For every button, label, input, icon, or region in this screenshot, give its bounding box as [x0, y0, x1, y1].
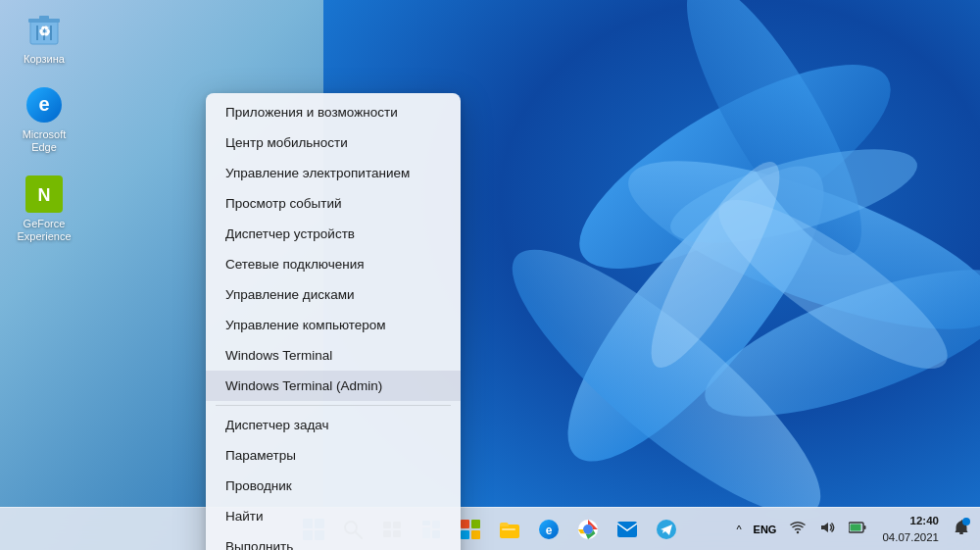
menu-run[interactable]: Выполнить — [206, 531, 461, 550]
svg-rect-40 — [502, 528, 515, 530]
menu-explorer[interactable]: Проводник — [206, 471, 461, 501]
svg-rect-50 — [851, 525, 861, 531]
svg-text:♻: ♻ — [38, 24, 51, 39]
svg-point-45 — [585, 525, 592, 532]
menu-power-options[interactable]: Управление электропитанием — [206, 158, 461, 188]
svg-rect-39 — [500, 525, 519, 538]
menu-device-manager[interactable]: Диспетчер устройств — [206, 219, 461, 249]
desktop-icons: ♻ Корзина e Microsoft Edg — [10, 10, 78, 243]
desktop: ♻ Корзина e Microsoft Edg — [0, 0, 980, 550]
svg-rect-49 — [864, 525, 866, 529]
taskbar: e — [0, 507, 980, 550]
menu-settings[interactable]: Параметры — [206, 440, 461, 471]
svg-rect-12 — [39, 16, 49, 20]
clock-date: 04.07.2021 — [882, 529, 939, 545]
volume-icon[interactable] — [815, 516, 839, 542]
edge-taskbar-button[interactable]: e — [531, 512, 566, 547]
clock[interactable]: 12:40 04.07.2021 — [876, 511, 945, 546]
menu-network-connections[interactable]: Сетевые подключения — [206, 249, 461, 279]
battery-icon[interactable] — [845, 518, 870, 540]
nvidia-image: N — [24, 175, 64, 214]
svg-rect-36 — [471, 520, 480, 528]
svg-rect-51 — [959, 532, 963, 534]
svg-rect-37 — [461, 530, 469, 539]
menu-mobility-center[interactable]: Центр мобильности — [206, 127, 461, 158]
edge-label: Microsoft Edge — [10, 128, 78, 154]
menu-separator-1 — [216, 405, 451, 406]
menu-task-manager[interactable]: Диспетчер задач — [206, 410, 461, 440]
file-explorer-button[interactable] — [492, 512, 527, 547]
notification-button[interactable] — [951, 516, 972, 542]
menu-disk-management[interactable]: Управление дисками — [206, 279, 461, 310]
recycle-bin-icon[interactable]: ♻ Корзина — [10, 10, 78, 66]
wifi-icon[interactable] — [786, 517, 809, 541]
nvidia-icon[interactable]: N GeForce Experience — [10, 175, 78, 243]
menu-windows-terminal-admin[interactable]: Windows Terminal (Admin) — [206, 371, 461, 401]
clock-time: 12:40 — [882, 513, 939, 528]
menu-event-viewer[interactable]: Просмотр событий — [206, 188, 461, 219]
taskbar-right: ^ ENG — [734, 511, 972, 546]
chrome-button[interactable] — [570, 512, 606, 547]
menu-windows-terminal[interactable]: Windows Terminal — [206, 340, 461, 371]
recycle-bin-label: Корзина — [24, 53, 65, 66]
svg-text:N: N — [38, 185, 51, 205]
edge-icon[interactable]: e Microsoft Edge — [10, 85, 78, 154]
svg-rect-46 — [617, 522, 637, 537]
menu-apps-features[interactable]: Приложения и возможности — [206, 97, 461, 127]
mail-button[interactable] — [610, 512, 645, 547]
lang-indicator[interactable]: ENG — [750, 520, 781, 539]
svg-rect-35 — [461, 520, 469, 528]
svg-text:e: e — [38, 93, 49, 115]
telegram-button[interactable] — [649, 512, 684, 547]
nvidia-label: GeForce Experience — [10, 218, 78, 243]
context-menu: Приложения и возможности Центр мобильнос… — [206, 93, 461, 550]
svg-rect-38 — [471, 530, 480, 539]
notification-dot — [962, 518, 970, 525]
edge-image: e — [24, 85, 64, 125]
menu-computer-management[interactable]: Управление компьютером — [206, 310, 461, 340]
svg-text:e: e — [546, 524, 553, 537]
tray-chevron-icon[interactable]: ^ — [734, 520, 743, 539]
recycle-bin-image: ♻ — [24, 10, 64, 49]
menu-search[interactable]: Найти — [206, 501, 461, 531]
